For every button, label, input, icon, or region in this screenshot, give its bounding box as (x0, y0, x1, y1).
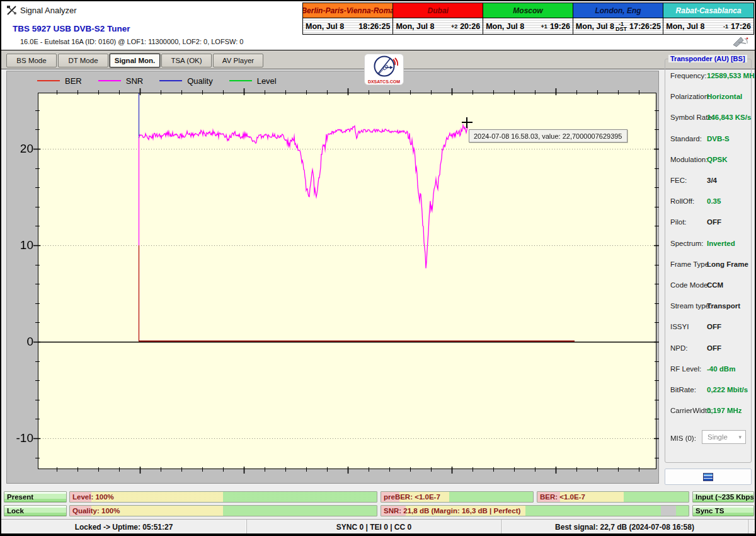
satellite-dish-icon (731, 35, 751, 47)
value-tooltip: 2024-07-08 16.58.03, value: 22,700000762… (469, 129, 627, 143)
level-meter: Level: 100% (69, 491, 377, 503)
legend-item-snr: SNR (98, 76, 143, 86)
tab-signal-mon-[interactable]: Signal Mon. (110, 54, 160, 67)
field-label: Standard: (670, 135, 702, 143)
signal-history-plot[interactable] (32, 86, 663, 475)
clock-time: 17:26 (731, 22, 751, 31)
y-axis-label-0: 0 (8, 335, 33, 348)
transponder-row-stream-type-: Stream type:Transport (665, 302, 751, 312)
transponder-row-npd-: NPD:OFF (665, 344, 751, 354)
chevron-down-icon: ▾ (738, 434, 742, 440)
input-indicator: Input (~235 Kbps) (692, 491, 754, 503)
field-label: Code Mode: (670, 281, 710, 289)
transponder-row-standard-: Standard:DVB-S (665, 135, 751, 145)
app-antenna-icon (6, 4, 18, 16)
snr-meter: SNR: 21,8 dB (Margin: 16,3 dB | Perfect) (381, 505, 689, 516)
clock-time-row: Mon, Jul 8+220:26 (393, 18, 483, 34)
transponder-row-modulation-: Modulation:QPSK (665, 156, 751, 166)
preber-meter: preBER: <1.0E-7 (381, 491, 534, 503)
legend-label: Quality (187, 76, 212, 86)
clock-city-label: Berlin-Paris-Vienna-Roma (303, 3, 392, 18)
clock-time: 17:26:25 (629, 22, 661, 31)
legend-item-level: Level (229, 76, 277, 86)
transponder-row-polarization-: Polarization:Horizontal (665, 93, 751, 103)
tab-tsa-ok-[interactable]: TSA (OK) (161, 54, 212, 67)
clock-utc-offset: +1 (540, 24, 549, 29)
lock-indicator: Lock (4, 505, 67, 516)
clock-4: Rabat-CasablancaMon, Jul 8-117:26 (663, 3, 753, 34)
clock-date: Mon, Jul 8 (306, 22, 344, 31)
clock-time: 18:26:25 (358, 22, 390, 31)
field-label: RF Level: (670, 365, 701, 373)
transponder-row-frequency-: Frequency:12589,533 MHz (665, 72, 751, 82)
clock-date: Mon, Jul 8 (486, 22, 524, 31)
clock-1: DubaiMon, Jul 8+220:26 (393, 3, 483, 34)
quality-meter: Quality: 100% (69, 505, 377, 516)
logo-satellite-drawing (365, 54, 403, 78)
transponder-row-spectrum-: Spectrum:Inverted (665, 240, 751, 250)
transponder-row-issyi: ISSYIOFF (665, 323, 751, 333)
y-axis-label-minus10: -10 (8, 432, 33, 445)
y-axis-label-20: 20 (8, 143, 33, 155)
field-label: Stream type: (670, 302, 711, 310)
status-bar: Locked -> Uptime: 05:51:27 SYNC 0 | TEI … (1, 519, 756, 535)
mis-selected-value: Single (707, 433, 728, 441)
ber-meter: BER: <1.0E-7 (537, 491, 689, 503)
uptime-status: Locked -> Uptime: 05:51:27 (1, 520, 247, 535)
side-panel: Transponder (AU) [BS] Frequency:12589,53… (659, 70, 756, 484)
mis-dropdown[interactable]: Single ▾ (702, 430, 746, 444)
clock-time: 20:26 (460, 22, 480, 31)
clock-3: London, EngMon, Jul 8-1DST17:26:25 (573, 3, 663, 34)
field-value: 0.35 (707, 197, 721, 205)
tuner-title: TBS 5927 USB DVB-S2 Tuner (13, 24, 130, 33)
chart-legend: BERSNRQualityLevel (37, 74, 277, 88)
transponder-row-pilot-: Pilot:OFF (665, 218, 751, 228)
export-button[interactable] (665, 469, 752, 485)
legend-label: Level (257, 76, 277, 86)
tab-av-player[interactable]: AV Player (213, 54, 263, 67)
field-value: 0,197 MHz (707, 407, 742, 414)
transponder-row-fec-: FEC:3/4 (665, 177, 751, 187)
legend-label: SNR (126, 76, 143, 86)
clock-date: Mon, Jul 8 (576, 22, 614, 31)
clock-time-row: Mon, Jul 818:26:25 (303, 18, 392, 34)
field-label: Modulation: (670, 156, 707, 163)
field-value: OFF (707, 323, 721, 330)
field-value: Inverted (707, 240, 735, 247)
field-label: FEC: (670, 177, 687, 184)
field-value: 0,222 Mbit/s (707, 386, 748, 393)
field-value: Transport (707, 302, 740, 310)
field-value: OFF (707, 344, 721, 352)
clock-date: Mon, Jul 8 (396, 22, 434, 31)
field-label: Polarization: (670, 93, 710, 100)
sync-ts-indicator: Sync TS (692, 505, 754, 516)
legend-label: BER (65, 76, 82, 86)
clock-city-label: London, Eng (573, 3, 663, 18)
transponder-groupbox: Transponder (AU) [BS] Frequency:12589,53… (665, 59, 752, 463)
clock-city-label: Dubai (393, 3, 483, 18)
transponder-title: Transponder (AU) [BS] (668, 55, 747, 62)
mis-label: MIS (0): (670, 434, 696, 442)
field-label: ISSYI (670, 323, 689, 330)
tab-dt-mode[interactable]: DT Mode (58, 54, 108, 67)
legend-swatch (37, 80, 60, 81)
resize-grip[interactable] (748, 520, 756, 535)
list-export-icon (703, 473, 713, 481)
field-value: -40 dBm (707, 365, 735, 373)
y-axis-label-10: 10 (8, 239, 33, 252)
clock-city-label: Moscow (483, 3, 573, 18)
transponder-row-bitrate-: BitRate:0,222 Mbit/s (665, 386, 751, 396)
field-label: Frame Type: (670, 260, 711, 268)
clock-time-row: Mon, Jul 8-117:26 (663, 18, 753, 34)
sync-counters-status: SYNC 0 | TEI 0 | CC 0 (247, 520, 501, 535)
legend-swatch (159, 80, 182, 81)
clock-2: MoscowMon, Jul 8+119:26 (483, 3, 573, 34)
signal-analyzer-window: Signal Analyzer TBS 5927 USB DVB-S2 Tune… (0, 0, 756, 536)
clock-time-row: Mon, Jul 8-1DST17:26:25 (573, 18, 663, 34)
chart-panel: BERSNRQualityLevel 20 10 0 -10 2024-07-0… (6, 71, 659, 484)
field-value: 12589,533 MHz (707, 72, 756, 79)
clock-0: Berlin-Paris-Vienna-RomaMon, Jul 818:26:… (303, 3, 393, 34)
field-value: Long Frame (707, 260, 748, 268)
tab-bs-mode[interactable]: BS Mode (6, 54, 57, 67)
present-indicator: Present (4, 491, 67, 503)
